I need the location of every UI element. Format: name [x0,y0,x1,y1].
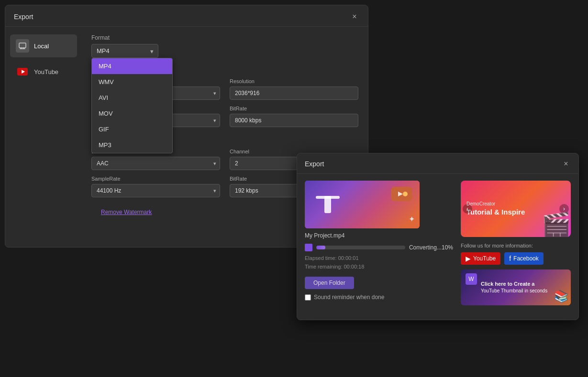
audio-samplerate-select[interactable]: 44100 Hz 48000 Hz [91,184,220,197]
local-icon [16,39,29,53]
format-select-wrapper: MP4 ▾ MP4 WMV AVI MOV GIF MP3 [91,44,158,58]
audio-samplerate-item: SampleRate 44100 Hz 48000 Hz [91,176,220,197]
format-option-mp4[interactable]: MP4 [92,58,172,74]
svg-point-6 [403,192,408,196]
preview-section: ✦ My Project.mp4 Converting...10% Elapse… [305,181,453,305]
elapsed-time: Elapsed time: 00:00:01 [305,254,453,263]
youtube-icon [16,65,29,78]
format-section: Format MP4 ▾ MP4 WMV AVI MOV GIF MP3 [91,34,158,58]
video-bitrate-label: BitRate [230,106,358,111]
format-option-wmv[interactable]: WMV [92,74,172,90]
main-dialog-title: Export [14,13,33,21]
ad-next-button[interactable]: › [559,204,569,214]
progress-dialog-header: Export × [297,153,578,174]
main-dialog-header: Export × [5,5,368,27]
local-label: Local [34,43,49,50]
format-option-gif[interactable]: GIF [92,121,172,137]
format-select[interactable]: MP4 [91,44,158,58]
video-preview-inner: ✦ [305,181,420,228]
progress-dialog-body: ✦ My Project.mp4 Converting...10% Elapse… [297,174,578,312]
export-sidebar: Local YouTube [5,34,82,215]
format-option-mp3[interactable]: MP3 [92,137,172,153]
youtube-social-label: YouTube [473,255,496,262]
svg-rect-4 [324,196,331,213]
progress-close-button[interactable]: × [561,159,571,169]
youtube-label: YouTube [34,68,58,75]
remaining-time: Time remaining: 00:00:18 [305,263,453,271]
progress-export-dialog: Export × ✦ [297,153,579,320]
format-option-avi[interactable]: AVI [92,90,172,106]
sound-reminder-row: Sound reminder when done [305,294,453,301]
video-resolution-label: Resolution [230,78,358,84]
youtube-social-icon: ▶ [466,255,471,262]
youtube-social-button[interactable]: ▶ YouTube [461,252,500,265]
video-preview: ✦ [305,181,420,228]
sidebar-item-local[interactable]: Local [10,34,77,57]
audio-samplerate-label: SampleRate [91,176,220,182]
social-links: ▶ YouTube f Facebook [461,252,571,265]
video-bitrate-input[interactable] [230,114,358,127]
follow-section: Follow us for more information: ▶ YouTub… [461,243,571,265]
thumb-logo: W [466,273,477,285]
format-option-mov[interactable]: MOV [92,106,172,121]
video-resolution-item: Resolution [230,78,358,100]
follow-label: Follow us for more information: [461,243,571,248]
filename-label: My Project.mp4 [305,232,453,239]
remove-watermark-link[interactable]: Remove Watermark [101,209,152,215]
thumb-sub-text: YouTube Thumbnail in seconds [481,288,547,294]
thumb-books-icon: 📚 [554,290,568,303]
preview-stars-icon: ✦ [409,215,415,224]
progress-dialog-title: Export [305,160,324,168]
time-info: Elapsed time: 00:00:01 Time remaining: 0… [305,254,453,271]
format-label: Format [91,34,158,41]
ad-figure: 🎬 [541,213,571,237]
open-folder-button[interactable]: Open Folder [305,277,354,289]
progress-bar-fill [316,246,325,249]
thumb-text: Click here to Create a YouTube Thumbnail… [481,280,547,294]
progress-color-box [305,244,312,251]
sound-reminder-label: Sound reminder when done [314,294,384,301]
audio-encoder-select-wrap: AAC MP3 [91,157,220,170]
ad-small-text: DemoCreator [466,201,525,206]
ad-text: DemoCreator Tutorial & Inspire [466,201,525,217]
sound-reminder-checkbox[interactable] [305,294,311,301]
video-bitrate-item: BitRate [230,106,358,127]
audio-encoder-select[interactable]: AAC MP3 [91,157,220,170]
ad-big-text: Tutorial & Inspire [466,207,525,217]
format-row: Format MP4 ▾ MP4 WMV AVI MOV GIF MP3 [91,34,358,58]
progress-label: Converting...10% [409,244,453,251]
progress-bar-wrap [316,246,405,249]
thumbnail-banner[interactable]: W Click here to Create a YouTube Thumbna… [461,269,571,305]
right-panel: ‹ DemoCreator Tutorial & Inspire 🎬 › Fol… [461,181,571,305]
main-close-button[interactable]: × [350,12,359,22]
format-dropdown: MP4 WMV AVI MOV GIF MP3 [91,58,173,153]
facebook-social-label: Facebook [513,255,539,262]
svg-rect-0 [19,43,26,48]
facebook-social-button[interactable]: f Facebook [504,252,544,265]
ad-banner: ‹ DemoCreator Tutorial & Inspire 🎬 › [461,181,571,237]
audio-samplerate-select-wrap: 44100 Hz 48000 Hz [91,184,220,197]
sidebar-item-youtube[interactable]: YouTube [10,60,77,83]
video-resolution-input[interactable] [230,86,358,100]
thumb-click-text: Click here to Create a [481,280,547,288]
progress-bar-container: Converting...10% [305,244,453,251]
facebook-social-icon: f [509,255,511,262]
